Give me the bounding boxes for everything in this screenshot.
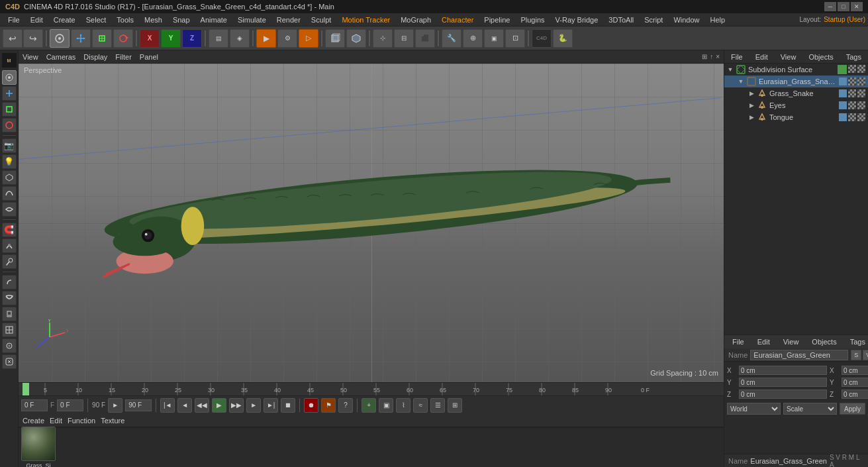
mat-menu-texture[interactable]: Texture (101, 417, 124, 425)
menu-plugins[interactable]: Plugins (515, 15, 550, 25)
python-btn[interactable]: 🐍 (553, 29, 573, 48)
tool-poly[interactable] (2, 170, 17, 185)
menu-snap[interactable]: Snap (168, 15, 195, 25)
tool-magnet[interactable]: 🧲 (2, 223, 17, 237)
close-btn[interactable]: ✕ (851, 2, 863, 11)
coord-z-input[interactable] (739, 389, 827, 399)
viewport-ctrl-2[interactable]: ↑ (710, 53, 713, 60)
minimize-btn[interactable]: ─ (824, 2, 836, 11)
menu-script[interactable]: Script (639, 15, 668, 25)
key-type-btn[interactable]: ▣ (379, 398, 393, 413)
tool-paint[interactable] (2, 254, 17, 269)
subdiv-color-swatch[interactable] (838, 65, 847, 74)
mat-menu-edit[interactable]: Edit (50, 417, 62, 425)
menu-character[interactable]: Character (436, 15, 479, 25)
viewport-menu-panel[interactable]: Panel (140, 53, 158, 61)
record-btn[interactable]: ⏺ (304, 398, 318, 413)
name-icon-v[interactable]: V (863, 350, 868, 360)
menu-create[interactable]: Create (48, 15, 81, 25)
subdiv-checker-1[interactable] (848, 65, 856, 73)
snap4-btn[interactable]: ⊡ (505, 29, 525, 48)
subdiv-checker-2[interactable] (857, 65, 865, 73)
menu-render[interactable]: Render (271, 15, 306, 25)
attr-tab-objects[interactable]: Objects (808, 337, 840, 347)
expand-eyes[interactable]: ▶ (748, 102, 755, 109)
coord-y2-input[interactable] (842, 378, 868, 387)
move-btn[interactable] (71, 29, 91, 48)
menu-pipeline[interactable]: Pipeline (479, 15, 515, 25)
snake-color-swatch[interactable] (839, 78, 847, 85)
coord-x2-input[interactable] (842, 366, 868, 375)
obj-tab-objects[interactable]: Objects (806, 52, 836, 62)
grass-snake-swatch[interactable] (839, 89, 847, 97)
cube-front-btn[interactable] (325, 29, 345, 48)
titlebar-controls[interactable]: ─ □ ✕ (824, 2, 863, 11)
scale-select[interactable]: Scale (783, 403, 837, 415)
snake-checker-1[interactable] (848, 78, 856, 85)
snake-checker-2[interactable] (857, 78, 865, 85)
tool-texture[interactable] (2, 323, 17, 337)
apply-btn[interactable]: Apply (840, 403, 865, 415)
prev-frame-btn[interactable]: ◄ (177, 398, 192, 413)
tool-scale[interactable] (2, 102, 17, 117)
attr-tab-view[interactable]: View (779, 337, 803, 347)
tool-brush[interactable] (2, 307, 17, 321)
render-viewport-btn[interactable]: ▷ (299, 29, 318, 48)
obj-tab-file[interactable]: File (728, 52, 746, 62)
tree-item-grass-snake[interactable]: ▶ Grass_Snake (724, 87, 868, 99)
parent-mode-btn[interactable]: ▤ (209, 29, 228, 48)
menu-window[interactable]: Window (668, 15, 704, 25)
cube-persp-btn[interactable] (346, 29, 366, 48)
maximize-btn[interactable]: □ (838, 2, 849, 11)
tool-spline[interactable] (2, 186, 17, 201)
tool-morph[interactable] (2, 354, 17, 369)
eyes-checker-1[interactable] (848, 101, 856, 109)
tree-item-eyes[interactable]: ▶ Eyes (724, 99, 868, 111)
menu-vray[interactable]: V-Ray Bridge (550, 15, 604, 25)
expand-grass-snake[interactable]: ▶ (748, 90, 755, 97)
tool-select[interactable] (2, 70, 17, 85)
viewport[interactable]: X Y Z Perspective Grid Spacing : 10 cm (19, 64, 724, 382)
obj-tab-view[interactable]: View (778, 52, 799, 62)
snap2-btn[interactable]: ⊕ (463, 29, 483, 48)
tree-item-subdiv[interactable]: ▼ Subdivision Surface (724, 64, 868, 76)
prev-key-btn[interactable]: ◀◀ (195, 398, 209, 413)
tree-item-snake-group[interactable]: ▼ Eurasian_Grass_Snake_Green (724, 76, 868, 87)
axis-y-btn[interactable]: Y (161, 29, 181, 48)
eyes-swatch[interactable] (839, 101, 847, 109)
tool-rotate[interactable] (2, 118, 17, 132)
name-field-input[interactable] (750, 350, 848, 360)
menu-select[interactable]: Select (81, 15, 112, 25)
menu-sculpt[interactable]: Sculpt (306, 15, 337, 25)
key-motion-btn[interactable]: ≈ (413, 398, 428, 413)
menu-help[interactable]: Help (705, 15, 731, 25)
mat-menu-create[interactable]: Create (23, 417, 44, 425)
key-extra-btn[interactable]: ⊞ (448, 398, 462, 413)
key-sel-btn[interactable]: ? (338, 398, 353, 413)
edges-btn[interactable]: ⊟ (394, 29, 414, 48)
coord-z2-input[interactable] (842, 389, 868, 399)
play-btn[interactable]: ▶ (212, 398, 226, 413)
live-select-btn[interactable] (50, 29, 70, 48)
coord-system-select[interactable]: World Object (727, 403, 781, 415)
expand-snake-group[interactable]: ▼ (738, 78, 744, 85)
axis-z-btn[interactable]: Z (182, 29, 202, 48)
viewport-ctrl-1[interactable]: ⊞ (702, 53, 707, 60)
go-start-btn[interactable]: |◄ (160, 398, 175, 413)
render-settings-btn[interactable]: ⚙ (277, 29, 297, 48)
viewport-menu-view[interactable]: View (23, 53, 38, 61)
tool-camera[interactable]: 📷 (2, 138, 17, 153)
go-end-btn[interactable]: ►| (264, 398, 278, 413)
current-frame-input[interactable] (21, 399, 48, 411)
attr-tab-file[interactable]: File (728, 337, 748, 347)
redo-btn[interactable]: ↪ (23, 29, 43, 48)
menu-mesh[interactable]: Mesh (139, 15, 168, 25)
cinema-logo-btn[interactable]: C4D (532, 29, 552, 48)
name-icon-s[interactable]: S (851, 350, 861, 360)
menu-motion-tracker[interactable]: Motion Tracker (336, 15, 395, 25)
tool-sculpt[interactable] (2, 238, 17, 253)
tool-deform[interactable] (2, 291, 17, 305)
tongue-checker-1[interactable] (848, 113, 856, 121)
render-active-btn[interactable]: ▶ (256, 29, 276, 48)
attr-tab-tags[interactable]: Tags (846, 337, 868, 347)
